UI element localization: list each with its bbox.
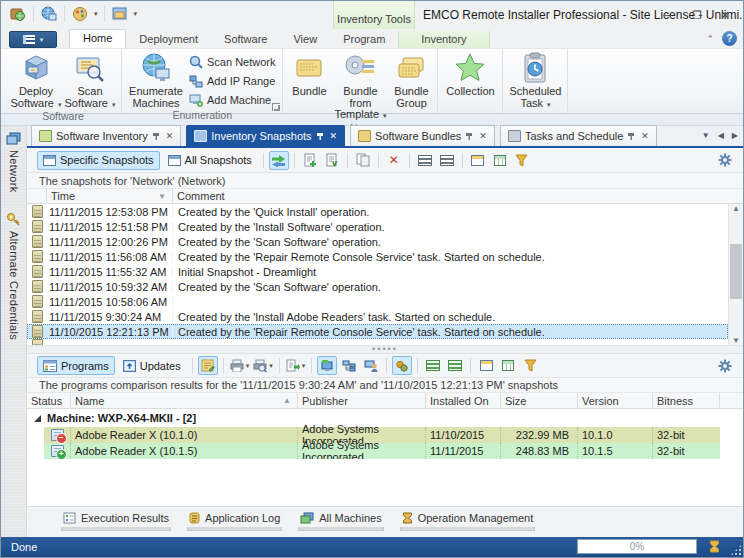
- edit-snapshot-button[interactable]: v: [322, 151, 342, 170]
- snapshot-row[interactable]: 11/11/2015 11:56:08 AM Created by the 'R…: [27, 249, 728, 264]
- scan-network-button[interactable]: Scan Network: [186, 54, 278, 70]
- resize-grip[interactable]: [731, 545, 741, 555]
- all-snapshots-button[interactable]: All Snapshots: [162, 151, 258, 170]
- collapse-ribbon-icon[interactable]: ⌃: [706, 34, 714, 44]
- pin-icon[interactable]: [152, 132, 160, 141]
- pin-icon[interactable]: [465, 132, 473, 141]
- column-header-version[interactable]: Version: [578, 393, 653, 408]
- doc-tab-inventory-snapshots[interactable]: Inventory Snapshots ✕: [186, 125, 345, 146]
- snapshot-row[interactable]: 11/11/2015 10:59:32 AM Created by the 'S…: [27, 279, 728, 294]
- bundle-button[interactable]: Bundle: [287, 51, 331, 98]
- comparison-note-button[interactable]: [198, 356, 218, 375]
- card-view-button[interactable]: [468, 151, 488, 170]
- collection-button[interactable]: Collection: [442, 51, 498, 98]
- expand-rows-button-2[interactable]: [445, 356, 465, 375]
- program-row[interactable]: Adobe Reader X (10.1.5) Adobe Systems In…: [27, 443, 743, 459]
- close-tab-icon[interactable]: ✕: [641, 131, 649, 141]
- pane-splitter[interactable]: •••••: [27, 345, 743, 354]
- column-header-bitness[interactable]: Bitness: [653, 393, 720, 408]
- vertical-scrollbar[interactable]: ▲ ▼: [728, 204, 743, 345]
- programs-settings-gear-icon[interactable]: [715, 356, 735, 375]
- maximize-button[interactable]: ❐: [683, 5, 711, 25]
- dock-tab-execution-results[interactable]: Execution Results: [61, 511, 171, 531]
- snapshot-row[interactable]: 11/11/2015 12:53:08 PM Created by the 'Q…: [27, 204, 728, 219]
- bundle-group-button[interactable]: Bundle Group: [389, 51, 433, 109]
- theme-palette-icon[interactable]: [71, 5, 89, 23]
- scan-software-button[interactable]: Scan Software ▾: [63, 51, 117, 110]
- pin-icon[interactable]: [316, 132, 324, 141]
- create-snapshot-button[interactable]: [300, 151, 320, 170]
- comparison-mode-button[interactable]: [392, 356, 412, 375]
- scroll-down-icon[interactable]: ▼: [732, 336, 740, 345]
- machine-user-button[interactable]: [361, 356, 381, 375]
- tab-software[interactable]: Software: [211, 31, 280, 48]
- card-view-button-2[interactable]: [476, 356, 496, 375]
- deploy-software-button[interactable]: Deploy Software ▾: [9, 51, 63, 110]
- network-scan-icon[interactable]: [40, 5, 58, 23]
- doc-tab-software-inventory[interactable]: Software Inventory ✕: [31, 125, 181, 146]
- snapshot-row[interactable]: 11/11/2015 9:30:24 AM Created by the 'In…: [27, 309, 728, 324]
- programs-tab-button[interactable]: Programs: [37, 356, 115, 375]
- compare-snapshots-button[interactable]: [269, 151, 289, 170]
- add-machine-button[interactable]: Add Machine: [186, 92, 278, 108]
- remote-install-icon[interactable]: [9, 5, 27, 23]
- machine-view-button[interactable]: [317, 356, 337, 375]
- tab-inventory[interactable]: Inventory: [398, 31, 489, 48]
- tab-home[interactable]: Home: [69, 29, 126, 48]
- filter-button[interactable]: [512, 151, 532, 170]
- snapshot-row[interactable]: 11/11/2015 12:00:26 PM Created by the 'S…: [27, 234, 728, 249]
- column-chooser-button[interactable]: [490, 151, 510, 170]
- enumerate-machines-button[interactable]: Enumerate Machines: [126, 51, 186, 109]
- scroll-up-icon[interactable]: ▲: [732, 204, 740, 213]
- tab-program[interactable]: Program: [330, 31, 398, 48]
- close-tab-icon[interactable]: ✕: [479, 131, 487, 141]
- print-preview-button[interactable]: ▾: [252, 356, 274, 375]
- updates-tab-button[interactable]: Updates: [117, 356, 187, 375]
- column-header-publisher[interactable]: Publisher: [298, 393, 426, 408]
- column-header-status[interactable]: Status: [27, 393, 71, 408]
- specific-snapshots-button[interactable]: Specific Snapshots: [37, 151, 160, 170]
- dock-tab-application-log[interactable]: Application Log: [187, 511, 282, 531]
- column-header-name[interactable]: Name▲: [71, 393, 298, 408]
- close-tab-icon[interactable]: ✕: [166, 131, 174, 141]
- doc-tab-software-bundles[interactable]: Software Bundles ✕: [350, 125, 495, 146]
- add-ip-range-button[interactable]: Add IP Range: [186, 73, 278, 89]
- close-button[interactable]: ✕: [711, 5, 739, 25]
- expand-rows-button[interactable]: [437, 151, 457, 170]
- tab-deployment[interactable]: Deployment: [126, 31, 211, 48]
- column-header-installed-on[interactable]: Installed On: [426, 393, 501, 408]
- tab-view[interactable]: View: [280, 31, 330, 48]
- enumeration-dialog-launcher[interactable]: [272, 103, 280, 111]
- expand-group-icon[interactable]: [34, 415, 41, 422]
- scroll-tabs-right-icon[interactable]: ▶: [732, 131, 738, 140]
- sidebar-item-network[interactable]: Network: [1, 126, 26, 192]
- snapshot-row[interactable]: 11/11/2015 11:55:32 AM Initial Snapshot …: [27, 264, 728, 279]
- export-button[interactable]: ▾: [285, 356, 307, 375]
- column-header-size[interactable]: Size: [501, 393, 578, 408]
- pin-icon[interactable]: [627, 132, 635, 141]
- theme-dropdown-caret[interactable]: ▾: [94, 10, 98, 18]
- window-layout-icon[interactable]: [111, 5, 129, 23]
- delete-snapshot-button[interactable]: ✕: [384, 151, 404, 170]
- machine-tree-button[interactable]: [339, 356, 359, 375]
- minimize-button[interactable]: ─: [655, 5, 683, 25]
- column-header-comment[interactable]: Comment: [173, 189, 728, 203]
- snapshot-row[interactable]: 11/10/2015 12:21:13 PM Created by the 'R…: [27, 324, 728, 339]
- qat-overflow-caret[interactable]: ▾: [134, 10, 138, 18]
- bundle-from-template-button[interactable]: Bundle from Template ▾: [331, 51, 389, 122]
- help-button[interactable]: ?: [722, 31, 737, 46]
- dock-tab-all-machines[interactable]: All Machines: [298, 511, 383, 531]
- group-panel-button[interactable]: [415, 151, 435, 170]
- scheduled-task-button[interactable]: Scheduled Task ▾: [507, 51, 563, 110]
- doc-tab-tasks-and-schedule[interactable]: Tasks and Schedule ✕: [500, 125, 657, 146]
- scroll-tabs-left-icon[interactable]: ◀: [718, 131, 724, 140]
- print-button[interactable]: ▾: [229, 356, 251, 375]
- copy-snapshot-button[interactable]: [353, 151, 373, 170]
- sidebar-item-alternate-credentials[interactable]: Alternate Credentials: [1, 206, 26, 340]
- snapshots-settings-gear-icon[interactable]: [715, 151, 735, 170]
- tab-list-dropdown-icon[interactable]: ▼: [702, 131, 710, 140]
- snapshot-row[interactable]: 11/11/2015 10:58:06 AM: [27, 294, 728, 309]
- column-chooser-button-2[interactable]: [498, 356, 518, 375]
- scrollbar-thumb[interactable]: [730, 244, 742, 299]
- snapshot-row[interactable]: 11/11/2015 12:51:58 PM Created by the 'I…: [27, 219, 728, 234]
